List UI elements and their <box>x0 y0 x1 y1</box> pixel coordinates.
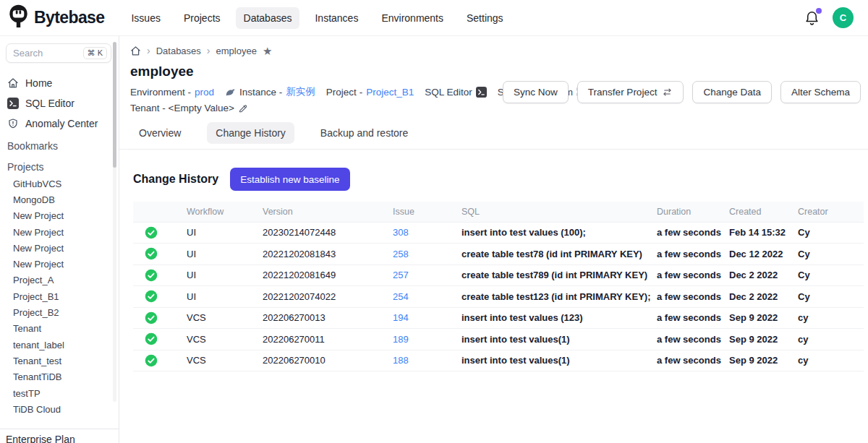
change-data-button[interactable]: Change Data <box>692 81 772 103</box>
issue-link[interactable]: 189 <box>393 334 409 345</box>
brand-name: Bytebase <box>34 8 104 27</box>
sidebar-item-home[interactable]: Home <box>0 73 119 93</box>
issue-link[interactable]: 258 <box>393 249 409 259</box>
nav-item-databases[interactable]: Databases <box>236 7 300 29</box>
nav-item-issues[interactable]: Issues <box>123 7 168 29</box>
tab-overview[interactable]: Overview <box>130 122 190 144</box>
cell-duration: a few seconds <box>654 244 726 265</box>
chevron-right-icon: › <box>207 45 210 56</box>
favorite-star-icon[interactable]: ★ <box>263 46 272 56</box>
sidebar-project-item[interactable]: testTP <box>0 385 119 401</box>
environment-label: Environment - <box>130 87 191 98</box>
project-label: Project - <box>326 87 362 98</box>
col-sql: SQL <box>459 202 654 222</box>
issue-link[interactable]: 308 <box>393 227 409 238</box>
cell-duration: a few seconds <box>654 222 726 244</box>
issue-link[interactable]: 194 <box>393 312 409 323</box>
col-version: Version <box>260 202 390 222</box>
brand[interactable]: Bytebase <box>7 4 104 32</box>
tab-backup-and-restore[interactable]: Backup and restore <box>312 122 417 144</box>
sidebar-project-item[interactable]: New Project <box>0 256 119 272</box>
sidebar-project-item[interactable]: New Project <box>0 224 119 240</box>
transfer-project-button[interactable]: Transfer Project <box>577 81 684 103</box>
issue-link[interactable]: 188 <box>393 355 409 366</box>
project-link[interactable]: Project_B1 <box>366 87 414 98</box>
environment-link[interactable]: prod <box>195 87 214 98</box>
bytebase-logo-icon <box>7 4 30 32</box>
cell-duration: a few seconds <box>654 264 726 286</box>
sync-now-button[interactable]: Sync Now <box>503 81 569 103</box>
establish-baseline-button[interactable]: Establish new baseline <box>230 168 349 191</box>
col-issue: Issue <box>390 202 459 222</box>
table-row[interactable]: UI20221202074022254create table test123 … <box>133 286 864 308</box>
cell-creator: Cy <box>795 286 864 308</box>
sidebar-project-item[interactable]: MongoDB <box>0 192 119 207</box>
cell-sql: create table test789 (id int PRIMARY KEY… <box>459 264 654 286</box>
cell-version: 202206270010 <box>260 350 390 371</box>
nav-item-instances[interactable]: Instances <box>307 7 366 29</box>
instance-link[interactable]: 新实例 <box>286 85 315 98</box>
user-avatar[interactable]: C <box>833 7 854 28</box>
edit-pencil-icon[interactable] <box>238 103 248 113</box>
cell-duration: a few seconds <box>654 286 726 308</box>
sidebar-project-item[interactable]: New Project <box>0 240 119 256</box>
alter-schema-button[interactable]: Alter Schema <box>780 81 861 103</box>
breadcrumb-databases[interactable]: Databases <box>156 46 201 56</box>
nav-item-settings[interactable]: Settings <box>459 7 511 29</box>
cell-created: Sep 9 2022 <box>726 350 795 371</box>
sidebar-item-anomaly-center[interactable]: Anomaly Center <box>0 113 119 134</box>
sidebar-section-projects[interactable]: Projects <box>0 157 119 176</box>
table-row[interactable]: VCS202206270013194insert into test value… <box>133 307 864 329</box>
page-title: employee <box>130 64 864 79</box>
sidebar-project-item[interactable]: Project_B1 <box>0 288 119 304</box>
sidebar-section-bookmarks[interactable]: Bookmarks <box>0 136 119 155</box>
plan-label: Enterprise Plan <box>0 429 119 443</box>
breadcrumb-home-icon[interactable] <box>130 46 141 56</box>
cell-sql: insert into test values (123) <box>459 307 654 329</box>
cell-created: Dec 2 2022 <box>726 286 795 308</box>
nav-item-projects[interactable]: Projects <box>176 7 229 29</box>
cell-version: 20221202074022 <box>260 286 390 308</box>
sidebar-item-sql-editor[interactable]: SQL Editor <box>0 93 119 113</box>
meta-sql-editor[interactable]: SQL Editor <box>425 87 487 98</box>
table-row[interactable]: UI20221202081649257create table test789 … <box>133 264 864 286</box>
change-history-table: Workflow Version Issue SQL Duration Crea… <box>133 202 864 371</box>
tab-change-history[interactable]: Change History <box>207 122 294 144</box>
tab-divider <box>119 149 868 150</box>
cell-status <box>133 222 184 244</box>
table-row[interactable]: VCS202206270010188insert into test value… <box>133 350 864 371</box>
issue-link[interactable]: 254 <box>393 291 409 302</box>
meta-project: Project - Project_B1 <box>326 87 414 98</box>
search-box[interactable]: ⌘ K <box>6 43 111 63</box>
sidebar-project-item[interactable]: GitHubVCS <box>0 176 119 192</box>
breadcrumb-employee[interactable]: employee <box>216 46 257 56</box>
col-creator: Creator <box>795 202 864 222</box>
meta-environment: Environment - prod <box>130 87 214 98</box>
sidebar-project-item[interactable]: Tenant_test <box>0 353 119 369</box>
success-check-icon <box>145 247 158 260</box>
sidebar-project-item[interactable]: TenantTiDB <box>0 369 119 385</box>
main-content: › Databases › employee ★ employee Enviro… <box>119 36 868 443</box>
cell-version: 20221202081843 <box>260 244 390 265</box>
table-row[interactable]: VCS202206270011189insert into test value… <box>133 329 864 350</box>
main-nav: IssuesProjectsDatabasesInstancesEnvironm… <box>123 7 511 29</box>
cell-sql: insert into test values(1) <box>459 350 654 371</box>
sidebar-project-item[interactable]: TiDB Cloud <box>0 401 119 417</box>
cell-creator: Cy <box>795 264 864 286</box>
cell-issue: 254 <box>390 286 459 308</box>
notifications-button[interactable] <box>804 9 821 27</box>
sidebar-project-item[interactable]: tenant_label <box>0 337 119 353</box>
nav-item-environments[interactable]: Environments <box>373 7 451 29</box>
sidebar-project-item[interactable]: Tenant <box>0 321 119 337</box>
table-row[interactable]: UI20230214072448308insert into test valu… <box>133 222 864 244</box>
transfer-arrows-icon <box>662 87 673 98</box>
sidebar: ⌘ K Home SQL Editor Anomaly Center Bookm… <box>0 36 119 443</box>
cell-issue: 308 <box>390 222 459 244</box>
sidebar-project-item[interactable]: Project_B2 <box>0 304 119 320</box>
table-row[interactable]: UI20221202081843258create table test78 (… <box>133 244 864 265</box>
search-input[interactable] <box>13 48 67 59</box>
issue-link[interactable]: 257 <box>393 270 409 280</box>
sidebar-project-item[interactable]: New Project <box>0 208 119 224</box>
sidebar-scrollbar-thumb[interactable] <box>113 42 116 168</box>
sidebar-project-item[interactable]: Project_A <box>0 272 119 288</box>
